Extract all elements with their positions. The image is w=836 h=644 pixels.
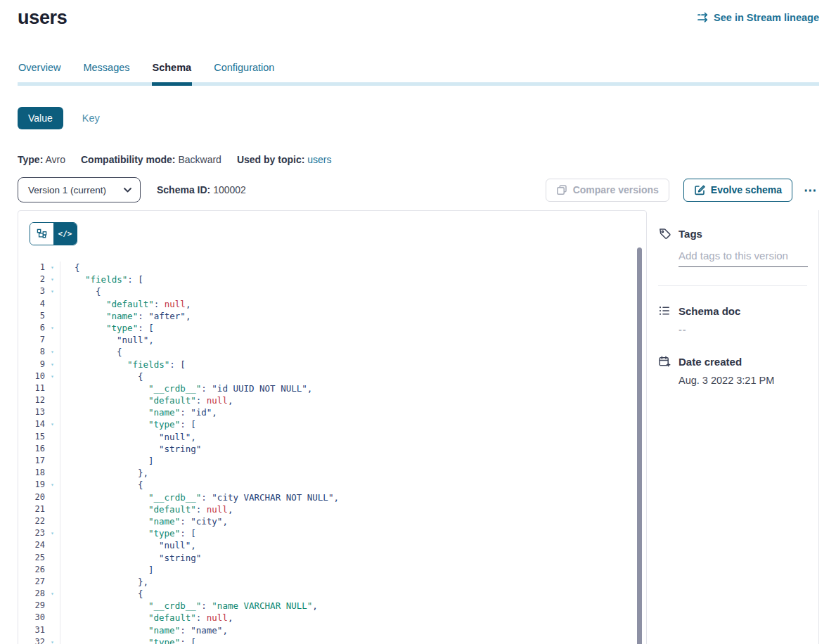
- code-line[interactable]: 14▾"type": [: [18, 418, 646, 430]
- line-number: 20: [18, 491, 45, 503]
- tree-view-button[interactable]: [30, 223, 53, 245]
- fold-spacer: [45, 394, 60, 406]
- code-line[interactable]: 7"null",: [18, 334, 646, 346]
- line-number: 27: [18, 576, 45, 588]
- fold-spacer: [45, 455, 60, 467]
- fold-spacer: [45, 334, 60, 346]
- code-line[interactable]: 27},: [18, 576, 646, 588]
- fold-spacer: [45, 576, 60, 588]
- date-created-value: Aug. 3 2022 3:21 PM: [679, 375, 807, 386]
- fold-arrow-icon[interactable]: ▾: [45, 479, 60, 491]
- code-line[interactable]: 26]: [18, 564, 646, 576]
- code-line[interactable]: 29"__crdb__": "name VARCHAR NULL",: [18, 600, 646, 612]
- tab-messages[interactable]: Messages: [82, 62, 130, 86]
- line-number: 6: [18, 322, 45, 334]
- version-select[interactable]: Version 1 (current): [18, 177, 141, 202]
- code-line[interactable]: 21"default": null,: [18, 503, 646, 515]
- tag-icon: [658, 227, 671, 240]
- code-line[interactable]: 23▾"type": [: [18, 527, 646, 539]
- code-line[interactable]: 30"default": null,: [18, 612, 646, 624]
- tab-schema[interactable]: Schema: [152, 62, 193, 86]
- line-number: 11: [18, 382, 45, 394]
- code-line[interactable]: 17]: [18, 455, 646, 467]
- line-number: 15: [18, 431, 45, 443]
- line-number: 9: [18, 359, 45, 371]
- fold-arrow-icon[interactable]: ▾: [45, 527, 60, 539]
- fold-arrow-icon[interactable]: ▾: [45, 322, 60, 334]
- code-view-button[interactable]: </>: [53, 223, 77, 245]
- line-number: 3: [18, 285, 45, 297]
- code-line[interactable]: 12"default": null,: [18, 394, 646, 406]
- fold-arrow-icon[interactable]: ▾: [45, 273, 60, 285]
- topic-link[interactable]: users: [304, 154, 331, 165]
- code-line[interactable]: 4"default": null,: [18, 298, 646, 310]
- line-number: 22: [18, 515, 45, 527]
- evolve-schema-button[interactable]: Evolve schema: [683, 179, 792, 202]
- line-number: 17: [18, 455, 45, 467]
- line-number: 12: [18, 394, 45, 406]
- code-line[interactable]: 2▾"fields": [: [18, 273, 646, 285]
- line-number: 13: [18, 406, 45, 418]
- code-line[interactable]: 25"string": [18, 552, 646, 564]
- fold-spacer: [45, 552, 60, 564]
- key-tab-button[interactable]: Key: [82, 112, 100, 124]
- stream-lineage-icon: [697, 11, 709, 23]
- schema-doc-heading: Schema doc: [658, 304, 807, 317]
- schema-doc-value: --: [679, 324, 807, 335]
- fold-arrow-icon[interactable]: ▾: [45, 359, 60, 371]
- code-view-icon: </>: [58, 229, 72, 238]
- code-line[interactable]: 13"name": "id",: [18, 406, 646, 418]
- more-actions-button[interactable]: ⋯: [802, 183, 819, 197]
- fold-arrow-icon[interactable]: ▾: [45, 262, 60, 273]
- code-line[interactable]: 11"__crdb__": "id UUID NOT NULL",: [18, 382, 646, 394]
- tags-section: Tags: [658, 227, 807, 286]
- tags-heading: Tags: [658, 227, 807, 240]
- code-line[interactable]: 18},: [18, 467, 646, 479]
- code-line[interactable]: 3▾{: [18, 285, 646, 297]
- sidebar-divider: [658, 285, 807, 286]
- value-tab-button[interactable]: Value: [18, 107, 63, 129]
- chevron-down-icon: [124, 188, 131, 193]
- stream-lineage-link[interactable]: See in Stream lineage: [697, 11, 819, 23]
- code-line[interactable]: 28▾{: [18, 588, 646, 600]
- fold-spacer: [45, 467, 60, 479]
- fold-arrow-icon[interactable]: ▾: [45, 636, 60, 644]
- code-line[interactable]: 9▾"fields": [: [18, 359, 646, 371]
- tab-configuration[interactable]: Configuration: [213, 62, 275, 86]
- code-line[interactable]: 24"null",: [18, 539, 646, 551]
- tab-overview[interactable]: Overview: [18, 62, 61, 86]
- fold-spacer: [45, 624, 60, 636]
- code-line[interactable]: 8▾{: [18, 346, 646, 358]
- line-number: 26: [18, 564, 45, 576]
- edit-icon: [694, 184, 705, 195]
- code-line[interactable]: 5"name": "after",: [18, 310, 646, 322]
- page-title: users: [18, 7, 67, 29]
- line-number: 24: [18, 539, 45, 551]
- fold-spacer: [45, 503, 60, 515]
- code-line[interactable]: 22"name": "city",: [18, 515, 646, 527]
- value-key-toggle: Value Key: [18, 107, 819, 129]
- editor-scrollbar[interactable]: [637, 247, 642, 644]
- version-bar: Version 1 (current) Schema ID: 100002 Co…: [18, 177, 819, 202]
- fold-spacer: [45, 443, 60, 455]
- fold-arrow-icon[interactable]: ▾: [45, 285, 60, 297]
- compare-versions-button[interactable]: Compare versions: [546, 179, 669, 202]
- fold-spacer: [45, 600, 60, 612]
- fold-arrow-icon[interactable]: ▾: [45, 346, 60, 358]
- code-line[interactable]: 1▾{: [18, 262, 646, 273]
- code-line[interactable]: 31"name": "name",: [18, 624, 646, 636]
- code-line[interactable]: 16"string": [18, 443, 646, 455]
- schema-editor-panel: </> 1▾{2▾"fields": [3▾{4"default": null,…: [18, 210, 647, 644]
- fold-arrow-icon[interactable]: ▾: [45, 371, 60, 382]
- fold-arrow-icon[interactable]: ▾: [45, 588, 60, 600]
- code-line[interactable]: 32▾"type": [: [18, 636, 646, 644]
- code-line[interactable]: 19▾{: [18, 479, 646, 491]
- fold-arrow-icon[interactable]: ▾: [45, 418, 60, 430]
- line-number: 32: [18, 636, 45, 644]
- code-line[interactable]: 20"__crdb__": "city VARCHAR NOT NULL",: [18, 491, 646, 503]
- add-tags-input[interactable]: [679, 250, 808, 267]
- code-line[interactable]: 10▾{: [18, 371, 646, 382]
- meta-type: Type: Avro: [18, 154, 65, 165]
- code-line[interactable]: 6▾"type": [: [18, 322, 646, 334]
- code-line[interactable]: 15"null",: [18, 431, 646, 443]
